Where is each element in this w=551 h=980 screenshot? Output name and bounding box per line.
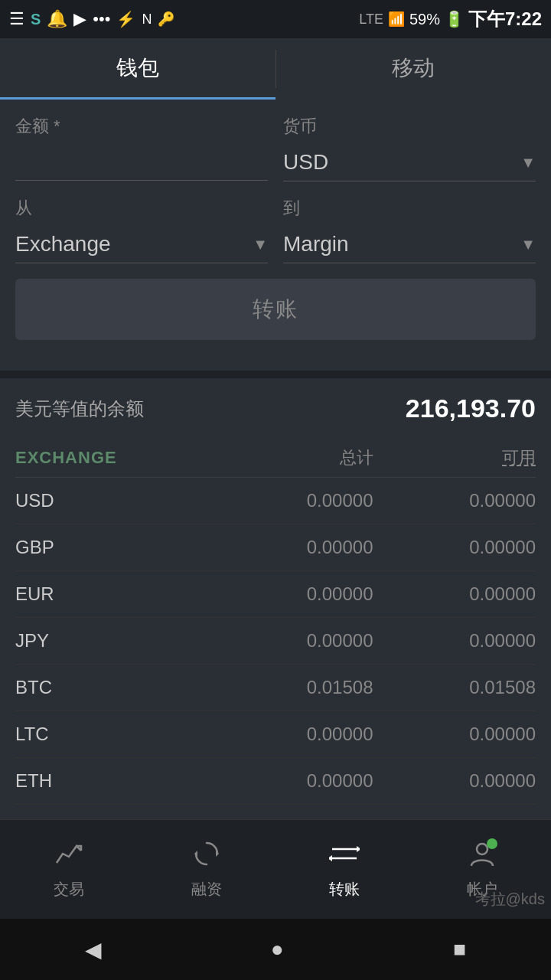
section-divider: [0, 371, 551, 378]
table-row: JPY 0.00000 0.00000: [15, 618, 536, 665]
more-icon: •••: [93, 9, 110, 29]
balance-section: 美元等值的余额 216,193.70: [0, 378, 551, 431]
system-nav-bar: ◀ ● ■: [0, 919, 551, 980]
nav-item-trade[interactable]: 交易: [54, 840, 84, 900]
row-total: 0.00000: [210, 537, 373, 558]
menu-icon: ☰: [9, 9, 24, 29]
exchange-section-label: EXCHANGE: [15, 448, 210, 468]
svg-marker-3: [357, 846, 360, 852]
table-row: GBP 0.00000 0.00000: [15, 524, 536, 571]
from-dropdown-arrow: ▼: [253, 236, 268, 253]
row-currency: GBP: [15, 537, 210, 558]
row-total: 0.01508: [210, 677, 373, 698]
row-avail: 0.00000: [373, 724, 536, 745]
key-icon: 🔑: [158, 11, 174, 28]
svg-point-6: [477, 844, 487, 854]
from-label: 从: [15, 197, 268, 220]
row-currency: JPY: [15, 630, 210, 652]
col-avail-header: 可用: [373, 446, 536, 469]
row-avail: 0.00000: [373, 583, 536, 605]
row-avail: 0.00000: [373, 630, 536, 652]
currency-dropdown-arrow: ▼: [520, 154, 536, 172]
form-group-currency: 货币 USD ▼: [283, 115, 536, 181]
tab-move[interactable]: 移动: [276, 38, 552, 100]
back-button[interactable]: ◀: [85, 937, 102, 962]
form-row-from-to: 从 Exchange ▼ 到 Margin ▼: [15, 197, 536, 263]
row-total: 0.00000: [210, 630, 373, 652]
col-total-header: 总计: [210, 446, 373, 469]
form-group-amount: 金额 *: [15, 115, 268, 181]
from-select[interactable]: Exchange ▼: [15, 226, 268, 263]
status-right-icons: LTE 📶 59% 🔋 下午7:22: [359, 7, 542, 31]
recent-button[interactable]: ■: [453, 937, 466, 962]
row-avail: 0.00000: [373, 490, 536, 511]
row-avail: 0.01508: [373, 677, 536, 698]
account-online-dot: [487, 838, 497, 849]
finance-icon: [193, 840, 220, 874]
row-currency: LTC: [15, 724, 210, 745]
nav-item-finance[interactable]: 融资: [191, 840, 222, 900]
status-time: 下午7:22: [468, 7, 542, 31]
notification-icon: 🔔: [47, 9, 67, 29]
to-select[interactable]: Margin ▼: [283, 226, 536, 263]
currency-select[interactable]: USD ▼: [283, 144, 536, 181]
to-label: 到: [283, 197, 536, 220]
amount-label: 金额 *: [15, 115, 268, 138]
svg-marker-5: [329, 855, 332, 861]
form-group-from: 从 Exchange ▼: [15, 197, 268, 263]
from-value: Exchange: [15, 232, 111, 256]
currency-label: 货币: [283, 115, 536, 138]
battery-icon: 🔋: [445, 10, 464, 28]
exchange-table-header: EXCHANGE 总计 可用: [15, 439, 536, 478]
amount-input[interactable]: [15, 144, 268, 181]
form-row-amount-currency: 金额 * 货币 USD ▼: [15, 115, 536, 181]
nfc-icon: N: [142, 11, 152, 28]
table-row: ETH 0.00000 0.00000: [15, 758, 536, 805]
row-total: 0.00000: [210, 490, 373, 511]
currency-value: USD: [283, 150, 328, 175]
table-row: USD 0.00000 0.00000: [15, 478, 536, 524]
row-currency: EUR: [15, 583, 210, 605]
row-total: 0.00000: [210, 770, 373, 792]
row-total: 0.00000: [210, 724, 373, 745]
nav-item-transfer[interactable]: 转账: [329, 840, 360, 900]
nav-label-transfer: 转账: [329, 879, 360, 900]
transfer-btn-wrap: 转账: [15, 279, 536, 340]
s-icon: S: [31, 11, 41, 28]
trade-icon: [55, 842, 83, 874]
transfer-button[interactable]: 转账: [15, 279, 536, 340]
home-button[interactable]: ●: [271, 937, 284, 962]
row-total: 0.00000: [210, 583, 373, 605]
lte-icon: LTE: [359, 11, 383, 28]
form-group-to: 到 Margin ▼: [283, 197, 536, 263]
row-avail: 0.00000: [373, 770, 536, 792]
balance-label: 美元等值的余额: [15, 397, 144, 421]
watermark: 考拉@kds: [469, 886, 551, 913]
to-value: Margin: [283, 232, 349, 256]
table-row: LTC 0.00000 0.00000: [15, 711, 536, 758]
form-area: 金额 * 货币 USD ▼ 从 Exchange ▼: [0, 100, 551, 371]
row-currency: ETH: [15, 770, 210, 792]
signal-icon: 📶: [388, 11, 405, 28]
row-currency: BTC: [15, 677, 210, 698]
nav-label-trade: 交易: [54, 879, 84, 900]
row-avail: 0.00000: [373, 537, 536, 558]
tab-wallet[interactable]: 钱包: [0, 38, 276, 100]
status-left-icons: ☰ S 🔔 ▶ ••• ⚡ N 🔑: [9, 9, 174, 29]
battery-text: 59%: [409, 11, 440, 28]
table-row: BTC 0.01508 0.01508: [15, 665, 536, 711]
row-currency: USD: [15, 490, 210, 511]
balance-value: 216,193.70: [406, 394, 536, 423]
to-dropdown-arrow: ▼: [520, 236, 536, 253]
status-bar: ☰ S 🔔 ▶ ••• ⚡ N 🔑 LTE 📶 59% 🔋 下午7:22: [0, 0, 551, 38]
table-row: EUR 0.00000 0.00000: [15, 571, 536, 618]
nav-label-finance: 融资: [191, 879, 222, 900]
bluetooth-icon: ⚡: [116, 10, 135, 28]
play-icon: ▶: [73, 9, 86, 29]
transfer-icon: [329, 840, 360, 874]
tab-bar: 钱包 移动: [0, 38, 551, 100]
